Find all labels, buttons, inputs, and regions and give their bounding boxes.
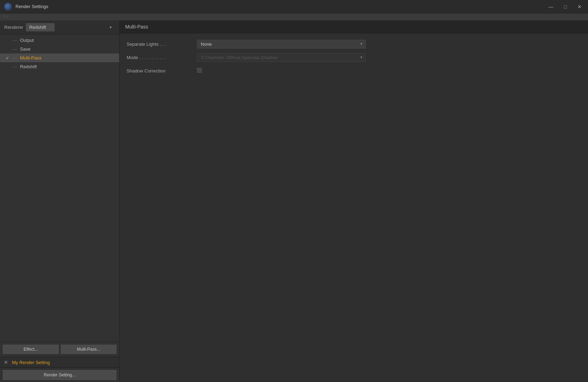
maximize-button[interactable]: □ <box>562 3 569 10</box>
output-label: Output <box>20 38 34 43</box>
panel-title: Multi-Pass <box>125 24 148 30</box>
separate-lights-label: Separate Lights . . . <box>127 42 197 47</box>
main-layout: Renderer Redshift Standard Physical ProR… <box>0 20 588 382</box>
close-button[interactable]: ✕ <box>575 3 584 10</box>
tree-item-save[interactable]: — Save <box>0 45 119 53</box>
title-bar: Render Settings — □ ✕ <box>0 0 588 13</box>
right-panel: Multi-Pass Separate Lights . . . None Al… <box>120 20 588 382</box>
minimize-button[interactable]: — <box>547 3 556 10</box>
render-setting-button[interactable]: Render Setting... <box>3 370 116 380</box>
renderer-select-wrapper: Redshift Standard Physical ProRender ▼ <box>26 23 115 31</box>
separate-lights-row: Separate Lights . . . None All Lights Se… <box>127 39 581 49</box>
mode-row: Mode . . . . . . . . . . . 3 Channels: D… <box>127 52 581 62</box>
mode-control: 3 Channels: Diffuse,Specular,Shadow 2 Ch… <box>197 53 366 62</box>
save-label: Save <box>20 46 31 52</box>
shadow-correction-checkbox[interactable] <box>197 68 202 73</box>
shadow-correction-row: Shadow Correction <box>127 66 581 76</box>
renderer-dropdown-arrow-icon: ▼ <box>109 26 112 29</box>
separate-lights-control: None All Lights Selected Lights ▼ <box>197 40 366 49</box>
output-dash: — <box>13 38 17 43</box>
drag-bar: ⠿⠿ <box>0 13 588 20</box>
multipass-label: Multi-Pass <box>20 55 41 61</box>
mode-label: Mode . . . . . . . . . . . <box>127 55 197 60</box>
redshift-label: Redshift <box>20 64 37 69</box>
save-dash: — <box>13 46 17 52</box>
window-title: Render Settings <box>15 4 547 9</box>
multipass-button[interactable]: Multi-Pass... <box>61 345 117 354</box>
separate-lights-select[interactable]: None All Lights Selected Lights <box>197 40 366 49</box>
app-logo <box>4 3 12 11</box>
shadow-correction-control <box>197 68 366 74</box>
effect-button[interactable]: Effect... <box>3 345 59 354</box>
settings-area: Separate Lights . . . None All Lights Se… <box>120 33 588 85</box>
render-setting-row: ✳ My Render Setting <box>0 357 119 368</box>
render-setting-name: My Render Setting <box>12 360 50 365</box>
renderer-label: Renderer <box>4 25 23 30</box>
left-panel: Renderer Redshift Standard Physical ProR… <box>0 20 120 382</box>
left-footer: Render Setting... <box>0 368 119 382</box>
render-setting-icon: ✳ <box>3 359 9 365</box>
drag-handle-icon: ⠿⠿ <box>3 15 9 19</box>
multipass-dash: — <box>13 55 17 61</box>
bottom-buttons: Effect... Multi-Pass... <box>0 342 119 357</box>
multipass-check: ✓ <box>6 56 11 61</box>
tree-item-output[interactable]: — Output <box>0 36 119 45</box>
renderer-row: Renderer Redshift Standard Physical ProR… <box>0 20 119 34</box>
tree-item-redshift[interactable]: — Redshift <box>0 62 119 71</box>
redshift-dash: — <box>13 64 17 69</box>
tree-item-multipass[interactable]: ✓ — Multi-Pass <box>0 53 119 62</box>
renderer-select[interactable]: Redshift Standard Physical ProRender <box>26 23 55 31</box>
mode-select[interactable]: 3 Channels: Diffuse,Specular,Shadow 2 Ch… <box>197 53 366 62</box>
tree-container: — Output — Save ✓ — Multi-Pass — Redshif… <box>0 34 119 342</box>
shadow-correction-label: Shadow Correction <box>127 68 197 74</box>
panel-header: Multi-Pass <box>120 20 588 33</box>
window-controls: — □ ✕ <box>547 3 584 10</box>
